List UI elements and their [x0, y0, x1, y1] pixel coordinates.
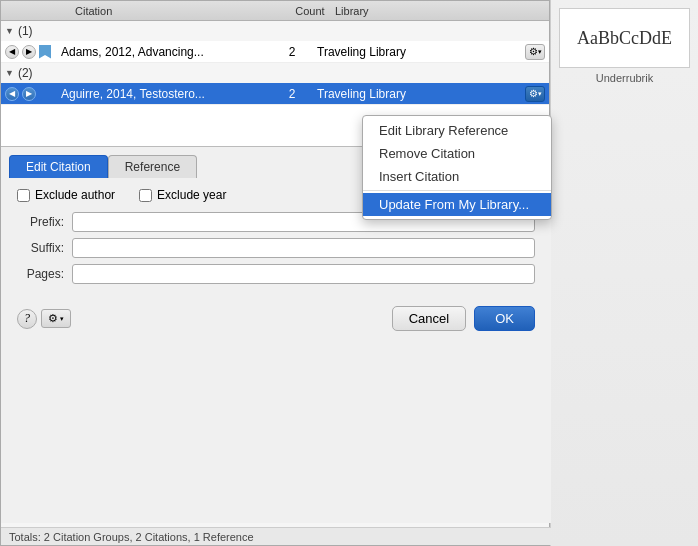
citation-name: Aguirre, 2014, Testostero...: [61, 87, 267, 101]
citation-name: Adams, 2012, Advancing...: [61, 45, 267, 59]
tab-edit-citation[interactable]: Edit Citation: [9, 155, 108, 178]
chevron-down-icon: ▾: [60, 315, 64, 323]
exclude-author-label: Exclude author: [35, 188, 115, 202]
prefix-label: Prefix:: [17, 215, 72, 229]
next-button[interactable]: ▶: [22, 87, 36, 101]
pages-label: Pages:: [17, 267, 72, 281]
citation-library: Traveling Library: [317, 87, 523, 101]
exclude-author-checkbox[interactable]: Exclude author: [17, 188, 115, 202]
settings-dropdown-button[interactable]: ⚙ ▾: [41, 309, 71, 328]
dropdown-menu: Edit Library Reference Remove Citation I…: [362, 115, 552, 220]
column-headers: Citation Count Library: [1, 1, 549, 21]
gear-button[interactable]: ⚙▾: [525, 86, 545, 102]
suffix-label: Suffix:: [17, 241, 72, 255]
exclude-year-input[interactable]: [139, 189, 152, 202]
citation-count: 2: [267, 45, 317, 59]
citation-column-header: Citation: [5, 5, 285, 17]
row-controls: ◀ ▶: [5, 87, 55, 101]
triangle-icon: ▼: [5, 68, 14, 78]
count-column-header: Count: [285, 5, 335, 17]
pages-input[interactable]: [72, 264, 535, 284]
help-button[interactable]: ?: [17, 309, 37, 329]
row-controls: ◀ ▶: [5, 45, 55, 59]
cancel-button[interactable]: Cancel: [392, 306, 466, 331]
triangle-icon: ▼: [5, 26, 14, 36]
group-label: (1): [18, 24, 33, 38]
word-style-panel: AaBbCcDdE Underrubrik: [550, 0, 698, 546]
tab-reference[interactable]: Reference: [108, 155, 197, 178]
table-row[interactable]: ◀ ▶ Adams, 2012, Advancing... 2 Travelin…: [1, 41, 549, 63]
prev-button[interactable]: ◀: [5, 45, 19, 59]
menu-item-insert-citation[interactable]: Insert Citation: [363, 165, 551, 188]
status-text: Totals: 2 Citation Groups, 2 Citations, …: [9, 531, 254, 543]
group-label: (2): [18, 66, 33, 80]
style-label: Underrubrik: [559, 72, 690, 84]
exclude-year-checkbox[interactable]: Exclude year: [139, 188, 226, 202]
panel-footer: ? ⚙ ▾ Cancel OK: [1, 298, 551, 339]
suffix-input[interactable]: [72, 238, 535, 258]
footer-left: ? ⚙ ▾: [17, 309, 71, 329]
suffix-row: Suffix:: [17, 238, 535, 258]
prev-button[interactable]: ◀: [5, 87, 19, 101]
style-preview: AaBbCcDdE: [559, 8, 690, 68]
citation-library: Traveling Library: [317, 45, 523, 59]
citation-window: Citation Count Library ▼ (1) ◀ ▶ Adams, …: [0, 0, 550, 546]
status-bar: Totals: 2 Citation Groups, 2 Citations, …: [1, 527, 551, 545]
menu-item-edit-library-reference[interactable]: Edit Library Reference: [363, 119, 551, 142]
citation-count: 2: [267, 87, 317, 101]
menu-item-update-from-library[interactable]: Update From My Library...: [363, 193, 551, 216]
ok-button[interactable]: OK: [474, 306, 535, 331]
menu-divider: [363, 190, 551, 191]
table-row[interactable]: ◀ ▶ Aguirre, 2014, Testostero... 2 Trave…: [1, 83, 549, 105]
library-column-header: Library: [335, 5, 545, 17]
gear-button[interactable]: ⚙▾: [525, 44, 545, 60]
bookmark-icon: [39, 87, 51, 101]
bookmark-icon: [39, 45, 51, 59]
menu-item-remove-citation[interactable]: Remove Citation: [363, 142, 551, 165]
next-button[interactable]: ▶: [22, 45, 36, 59]
pages-row: Pages:: [17, 264, 535, 284]
citation-group-2[interactable]: ▼ (2): [1, 63, 549, 83]
gear-icon: ⚙: [48, 312, 58, 325]
citation-group-1[interactable]: ▼ (1): [1, 21, 549, 41]
exclude-year-label: Exclude year: [157, 188, 226, 202]
exclude-author-input[interactable]: [17, 189, 30, 202]
